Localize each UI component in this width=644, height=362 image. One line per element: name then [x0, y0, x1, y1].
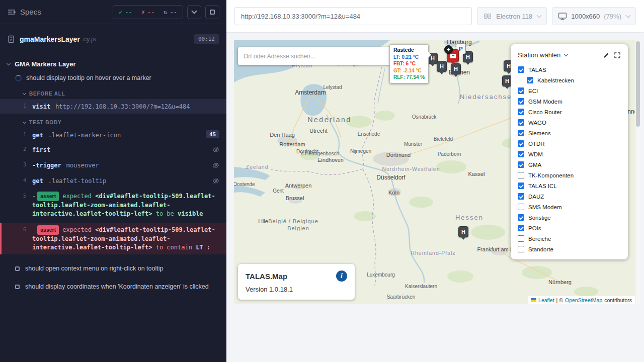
checkbox-item[interactable]: SMS Modem [517, 202, 622, 212]
command-row[interactable]: 1get.leaflet-marker-icon45 [0, 128, 226, 142]
checkbox[interactable] [518, 151, 524, 157]
pending-test-row[interactable]: should open context menu on right-click … [0, 259, 226, 278]
checkbox[interactable] [518, 193, 524, 200]
app-info-card: TALAS.Map Version 1.0.18.1 [238, 264, 355, 300]
command-row[interactable]: 1visithttp://192.168.10.33:3000/?m=12&u=… [0, 99, 226, 114]
checkbox-item[interactable]: TALAS [517, 64, 622, 75]
flag-icon [531, 298, 536, 302]
checkbox[interactable] [527, 77, 533, 83]
command-row[interactable]: 3-triggermouseover [0, 158, 226, 173]
osm-link[interactable]: OpenStreetMap [565, 297, 602, 303]
checkbox-item[interactable]: ECI [517, 85, 622, 96]
checkbox-item[interactable]: Siemens [517, 128, 622, 138]
command-number: 4 [15, 176, 26, 185]
tooltip-values: LT: 0.21 °CFBT: 6 °CGT: -2.14 °CRLF: 77.… [393, 54, 425, 81]
command-text: get.leaflet-marker-icon [32, 130, 202, 140]
assert-command-row[interactable]: 6-assertexpected <div#leaflet-tooltip-50… [0, 223, 226, 254]
station-panel-title[interactable]: Station wählen [518, 51, 560, 59]
before-all-header[interactable]: BEFORE ALL [0, 85, 226, 99]
tooltip-title: Rastede [393, 47, 425, 54]
checkbox-label: SMS Modem [528, 204, 561, 210]
suite-title-row[interactable]: GMA Markers Layer [0, 55, 226, 71]
search-input[interactable] [238, 53, 392, 60]
checkbox-item[interactable]: Sonstige [517, 212, 622, 223]
specs-title[interactable]: Specs [20, 8, 41, 16]
chevron-down-icon[interactable] [564, 52, 568, 56]
stat-value: -- [170, 9, 177, 16]
checkbox-item[interactable]: OTDR [517, 138, 622, 149]
checkbox-item[interactable]: Kabelstrecken [517, 75, 622, 85]
info-icon[interactable] [336, 270, 347, 282]
checkbox[interactable] [518, 246, 524, 252]
leaflet-link[interactable]: Leaflet [538, 297, 554, 303]
checkbox[interactable] [518, 204, 524, 210]
checkbox-item[interactable]: WDM [517, 149, 622, 159]
spec-name[interactable]: gmaMarkersLayer [20, 35, 80, 43]
stage-toolbar: http://192.168.10.33:3000/?m=12&u=484 El… [226, 0, 644, 32]
command-row[interactable]: 4get.leaflet-tooltip [0, 173, 226, 189]
test-body-header[interactable]: TEST BODY [0, 114, 226, 128]
viewport-size: 1000x660 [571, 13, 600, 20]
checkbox-item[interactable]: TALAS ICL [517, 180, 622, 191]
command-number: 1 [15, 102, 26, 111]
map-attribution: Leaflet | © OpenStreetMap contributors [528, 296, 635, 304]
checkbox-label: OTDR [528, 141, 545, 147]
pending-test-row[interactable]: should display coordinates when 'Koordin… [0, 278, 226, 296]
browser-selector[interactable]: Electron 118 [477, 7, 547, 25]
checkbox-label: TK-Komponenten [528, 172, 574, 178]
checkbox[interactable] [518, 235, 524, 242]
scrollbar-thumb[interactable] [636, 41, 640, 127]
stop-button[interactable] [205, 5, 219, 19]
url-bar[interactable]: http://192.168.10.33:3000/?m=12&u=484 [234, 7, 472, 25]
command-row[interactable]: 2first [0, 142, 226, 158]
checkbox[interactable] [518, 109, 524, 115]
command-number: 2 [15, 145, 26, 154]
checkbox[interactable] [518, 140, 524, 147]
checkbox-item[interactable]: Bereiche [517, 233, 622, 244]
checkbox-label: Standorte [528, 246, 553, 252]
assert-command-row[interactable]: 5-assertexpected <div#leaflet-tooltip-50… [0, 189, 226, 221]
station-marker[interactable]: H [451, 63, 461, 74]
checkbox-item[interactable]: POIs [517, 223, 622, 233]
checkbox[interactable] [518, 161, 524, 168]
checkbox[interactable] [518, 98, 524, 105]
checkbox-item[interactable]: TK-Komponenten [517, 170, 622, 180]
checkbox-item[interactable]: GMA [517, 159, 622, 170]
checkbox-label: TALAS ICL [528, 183, 557, 189]
checkbox-item[interactable]: GSM Modem [517, 96, 622, 107]
specs-menu-icon[interactable] [7, 8, 16, 17]
checkbox-item[interactable]: DAUZ [517, 191, 622, 202]
checkbox[interactable] [518, 66, 524, 73]
command-text: -assertexpected <div#leaflet-tooltip-509… [32, 192, 219, 218]
edit-icon[interactable] [603, 52, 610, 59]
child-command-dash: - [32, 193, 36, 200]
check-icon: ✓ [119, 9, 122, 16]
station-marker[interactable]: H [458, 226, 468, 237]
command-method: get [32, 177, 43, 185]
electron-icon [483, 12, 492, 21]
checkbox[interactable] [518, 225, 524, 231]
suite-collapse-caret-icon [7, 61, 11, 65]
station-marker[interactable]: H [437, 61, 447, 72]
expand-icon[interactable] [614, 52, 621, 59]
checkbox[interactable] [518, 130, 524, 136]
viewport-selector[interactable]: 1000x660 (79%) [552, 7, 636, 25]
checkbox[interactable] [518, 214, 524, 221]
reporter-panel: Specs ✓--✗--↻-- gmaMarkersLayer .cy.js 0… [0, 0, 226, 362]
chevron-down-icon [191, 8, 197, 14]
checkbox-item[interactable]: WAGO [517, 117, 622, 128]
collapse-all-button[interactable] [187, 5, 201, 19]
leaflet-map[interactable]: HamburgBremenGroningenFryslânOsnabrückNi… [234, 40, 635, 304]
chevron-down-icon [626, 13, 631, 18]
checkbox[interactable] [518, 172, 524, 178]
viewport-zoom: (79%) [604, 13, 621, 20]
checkbox[interactable] [518, 183, 524, 189]
assert-badge: assert [37, 192, 59, 201]
active-test-row[interactable]: should display tooltip on hover over a m… [0, 71, 226, 85]
checkbox-item[interactable]: Standorte [517, 244, 622, 254]
checkbox-item[interactable]: Cisco Router [517, 107, 622, 117]
command-text: first [32, 145, 208, 154]
checkbox[interactable] [518, 119, 524, 126]
station-marker[interactable]: + [444, 45, 453, 54]
checkbox[interactable] [518, 87, 524, 94]
